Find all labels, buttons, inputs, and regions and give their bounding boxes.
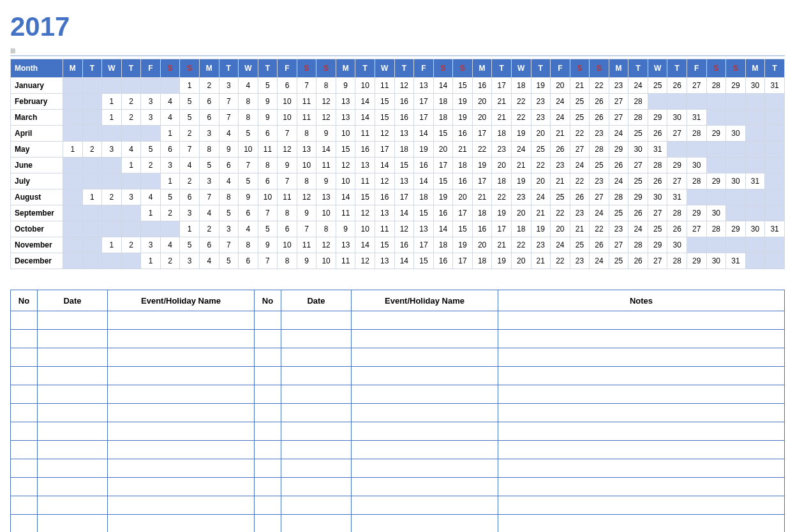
day-cell: 21: [551, 126, 570, 142]
events-cell[interactable]: [498, 496, 785, 515]
events-cell[interactable]: [255, 478, 281, 496]
events-cell[interactable]: [255, 367, 281, 385]
events-cell[interactable]: [255, 404, 281, 422]
events-cell[interactable]: [108, 422, 255, 441]
events-cell[interactable]: [352, 478, 498, 496]
events-cell[interactable]: [498, 367, 785, 385]
events-cell[interactable]: [38, 367, 108, 385]
events-cell[interactable]: [38, 385, 108, 404]
events-cell[interactable]: [108, 441, 255, 459]
events-cell[interactable]: [352, 515, 498, 533]
events-cell[interactable]: [498, 311, 785, 330]
day-cell: 2: [160, 205, 180, 221]
events-cell[interactable]: [11, 515, 38, 533]
events-cell[interactable]: [108, 367, 255, 385]
events-cell[interactable]: [352, 330, 498, 348]
events-cell[interactable]: [11, 422, 38, 441]
events-cell[interactable]: [498, 459, 785, 478]
events-cell[interactable]: [281, 422, 352, 441]
day-cell: 7: [258, 205, 278, 221]
events-cell[interactable]: [11, 404, 38, 422]
events-cell[interactable]: [281, 367, 352, 385]
events-cell[interactable]: [281, 330, 352, 348]
events-cell[interactable]: [281, 496, 352, 515]
events-cell[interactable]: [108, 311, 255, 330]
events-cell[interactable]: [281, 441, 352, 459]
day-cell: 29: [648, 237, 667, 253]
events-cell[interactable]: [255, 459, 281, 478]
events-cell[interactable]: [11, 311, 38, 330]
events-cell[interactable]: [38, 478, 108, 496]
events-cell[interactable]: [498, 441, 785, 459]
events-cell[interactable]: [352, 459, 498, 478]
events-cell[interactable]: [38, 330, 108, 348]
events-cell[interactable]: [255, 385, 281, 404]
events-cell[interactable]: [352, 496, 498, 515]
events-cell[interactable]: [281, 311, 352, 330]
events-cell[interactable]: [498, 422, 785, 441]
events-cell[interactable]: [11, 496, 38, 515]
day-cell: 9: [297, 205, 316, 221]
day-cell: 7: [239, 158, 258, 174]
events-cell[interactable]: [281, 478, 352, 496]
day-cell: 25: [609, 205, 628, 221]
day-cell: 13: [414, 221, 434, 237]
events-cell[interactable]: [255, 330, 281, 348]
events-cell[interactable]: [108, 385, 255, 404]
events-cell[interactable]: [498, 385, 785, 404]
events-cell[interactable]: [11, 441, 38, 459]
events-cell[interactable]: [281, 459, 352, 478]
day-cell: 10: [316, 205, 336, 221]
events-cell[interactable]: [38, 496, 108, 515]
events-cell[interactable]: [352, 441, 498, 459]
day-cell: 23: [511, 189, 531, 205]
month-name: August: [11, 189, 63, 205]
events-cell[interactable]: [498, 515, 785, 533]
events-cell[interactable]: [498, 404, 785, 422]
events-cell[interactable]: [255, 496, 281, 515]
day-cell: 16: [453, 174, 473, 189]
events-cell[interactable]: [281, 404, 352, 422]
events-cell[interactable]: [255, 311, 281, 330]
events-cell[interactable]: [38, 422, 108, 441]
day-cell: 19: [453, 94, 473, 110]
events-cell[interactable]: [11, 330, 38, 348]
day-cell: 30: [667, 110, 687, 126]
events-cell[interactable]: [352, 367, 498, 385]
events-cell[interactable]: [38, 441, 108, 459]
events-cell[interactable]: [38, 515, 108, 533]
events-cell[interactable]: [11, 478, 38, 496]
events-cell[interactable]: [38, 311, 108, 330]
events-cell[interactable]: [11, 348, 38, 367]
events-cell[interactable]: [498, 478, 785, 496]
events-cell[interactable]: [108, 515, 255, 533]
events-cell[interactable]: [11, 367, 38, 385]
events-cell[interactable]: [352, 385, 498, 404]
header-day: S: [453, 59, 473, 78]
events-cell[interactable]: [352, 404, 498, 422]
events-cell[interactable]: [11, 385, 38, 404]
events-cell[interactable]: [281, 348, 352, 367]
events-cell[interactable]: [352, 348, 498, 367]
events-cell[interactable]: [498, 348, 785, 367]
events-cell[interactable]: [498, 330, 785, 348]
events-cell[interactable]: [38, 404, 108, 422]
events-cell[interactable]: [38, 348, 108, 367]
events-cell[interactable]: [255, 422, 281, 441]
events-cell[interactable]: [38, 459, 108, 478]
events-cell[interactable]: [108, 330, 255, 348]
events-cell[interactable]: [108, 404, 255, 422]
events-cell[interactable]: [281, 385, 352, 404]
events-cell[interactable]: [281, 515, 352, 533]
events-cell[interactable]: [108, 459, 255, 478]
day-cell: 5: [258, 78, 278, 94]
events-cell[interactable]: [108, 496, 255, 515]
events-cell[interactable]: [11, 459, 38, 478]
events-cell[interactable]: [108, 478, 255, 496]
events-cell[interactable]: [352, 422, 498, 441]
events-cell[interactable]: [255, 441, 281, 459]
events-cell[interactable]: [352, 311, 498, 330]
events-cell[interactable]: [255, 515, 281, 533]
events-cell[interactable]: [255, 348, 281, 367]
events-cell[interactable]: [108, 348, 255, 367]
